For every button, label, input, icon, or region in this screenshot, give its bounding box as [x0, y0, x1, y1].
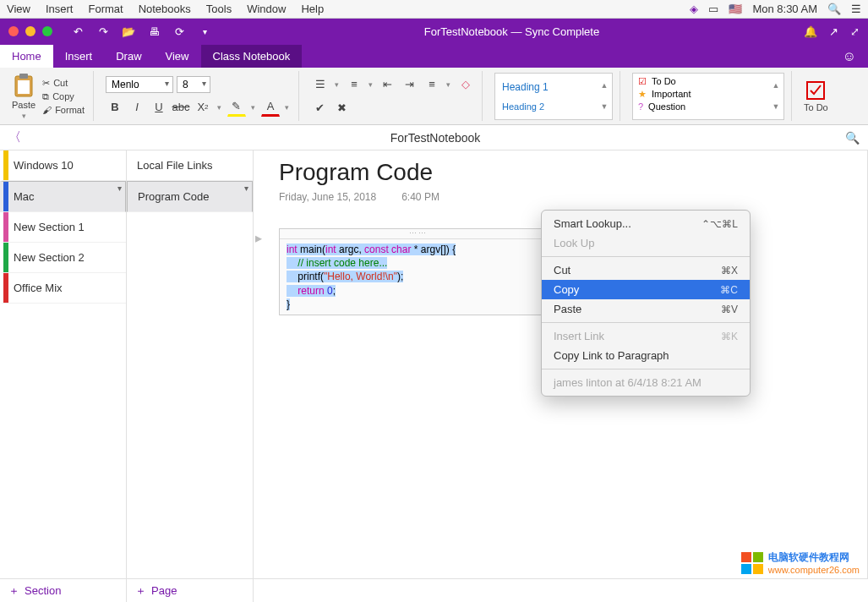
scissors-icon: ✂: [42, 78, 50, 89]
diamond-icon[interactable]: ◈: [690, 3, 698, 15]
add-page-button[interactable]: ＋Page: [127, 579, 254, 602]
page-title[interactable]: Program Code: [279, 159, 842, 186]
menu-notebooks[interactable]: Notebooks: [139, 3, 191, 15]
ctx-copy[interactable]: Copy⌘C: [542, 280, 750, 299]
format-painter-button[interactable]: 🖌Format: [41, 104, 86, 116]
back-icon[interactable]: 〈: [8, 129, 25, 145]
share-icon[interactable]: ↗: [829, 25, 838, 38]
fullscreen-icon[interactable]: ⤢: [850, 25, 860, 38]
ctx-cut[interactable]: Cut⌘X: [542, 260, 750, 280]
font-size-select[interactable]: 8: [177, 76, 210, 93]
code-container[interactable]: ⋯⋯ int main(int argc, const char * argv[…: [279, 228, 558, 315]
copy-button[interactable]: ⧉Copy: [41, 90, 86, 103]
page-item[interactable]: Program Code: [127, 181, 253, 212]
underline-button[interactable]: U: [150, 98, 168, 117]
cut-button[interactable]: ✂Cut: [41, 77, 86, 90]
styles-up-icon[interactable]: ▲: [601, 81, 609, 90]
sync-button[interactable]: ⟳: [169, 21, 189, 41]
check-button[interactable]: ✔: [311, 99, 330, 118]
zoom-icon[interactable]: [42, 26, 52, 36]
display-icon[interactable]: ▭: [708, 3, 718, 15]
todo-label: To Do: [804, 102, 828, 112]
numbering-dropdown-icon[interactable]: ▾: [367, 75, 375, 94]
print-button[interactable]: 🖶: [144, 21, 164, 41]
cross-button[interactable]: ✖: [333, 99, 352, 118]
bullets-dropdown-icon[interactable]: ▾: [333, 75, 341, 94]
ctx-copy-link-paragraph[interactable]: Copy Link to Paragraph: [542, 346, 750, 365]
tab-insert[interactable]: Insert: [53, 45, 105, 68]
bullets-button[interactable]: ☰: [311, 75, 330, 94]
menu-icon[interactable]: ☰: [851, 3, 861, 15]
more-font-icon[interactable]: ▾: [216, 98, 224, 117]
context-menu: Smart Lookup...⌃⌥⌘L Look Up Cut⌘X Copy⌘C…: [541, 210, 751, 397]
ctx-paste[interactable]: Paste⌘V: [542, 299, 750, 319]
tab-draw[interactable]: Draw: [104, 45, 153, 68]
paste-dropdown-icon[interactable]: ▾: [22, 112, 26, 120]
add-section-button[interactable]: ＋Section: [0, 579, 127, 602]
section-item[interactable]: New Section 1: [0, 212, 126, 243]
style-heading1[interactable]: Heading 1: [502, 81, 605, 93]
container-drag-handle[interactable]: ⋯⋯: [280, 229, 557, 239]
font-color-dropdown-icon[interactable]: ▾: [283, 98, 292, 117]
search-icon[interactable]: 🔍: [845, 131, 860, 145]
todo-button[interactable]: To Do: [804, 80, 828, 112]
menu-help[interactable]: Help: [301, 3, 324, 15]
spotlight-icon[interactable]: 🔍: [827, 3, 841, 15]
style-heading2[interactable]: Heading 2: [502, 101, 605, 112]
window-controls: [8, 26, 52, 36]
outdent-button[interactable]: ⇤: [379, 75, 397, 94]
alignment-dropdown-icon[interactable]: ▾: [445, 75, 453, 94]
tab-view[interactable]: View: [154, 45, 201, 68]
highlight-button[interactable]: ✎: [227, 98, 246, 117]
menu-insert[interactable]: Insert: [46, 3, 74, 15]
tags-up-icon[interactable]: ▲: [772, 81, 780, 90]
undo-button[interactable]: ↶: [68, 21, 88, 41]
tag-important[interactable]: ★Important: [636, 88, 780, 101]
redo-button[interactable]: ↷: [93, 21, 113, 41]
menu-tools[interactable]: Tools: [206, 3, 232, 15]
font-select[interactable]: Menlo: [106, 76, 173, 93]
open-button[interactable]: 📂: [118, 21, 139, 41]
section-item[interactable]: Windows 10: [0, 150, 126, 181]
brush-icon: 🖌: [42, 105, 52, 115]
notebook-name[interactable]: ForTestNotebook: [25, 131, 845, 145]
section-item[interactable]: Office Mix: [0, 273, 126, 304]
menu-format[interactable]: Format: [88, 3, 123, 15]
code-body[interactable]: int main(int argc, const char * argv[]) …: [280, 239, 557, 315]
styles-gallery[interactable]: Heading 1 Heading 2 ▲▼: [494, 73, 613, 120]
notifications-icon[interactable]: 🔔: [804, 25, 817, 38]
alignment-button[interactable]: ≡: [423, 75, 441, 94]
close-icon[interactable]: [8, 26, 19, 36]
indent-button[interactable]: ⇥: [401, 75, 419, 94]
tags-down-icon[interactable]: ▼: [772, 102, 780, 111]
clock-text[interactable]: Mon 8:30 AM: [752, 3, 817, 15]
feedback-icon[interactable]: ☺: [843, 49, 856, 68]
customize-qat[interactable]: ▾: [194, 21, 215, 41]
minimize-icon[interactable]: [25, 26, 35, 36]
plus-icon: ＋: [8, 583, 19, 599]
styles-down-icon[interactable]: ▼: [601, 102, 609, 111]
font-color-button[interactable]: A: [261, 98, 280, 117]
bold-button[interactable]: B: [106, 98, 124, 117]
section-item[interactable]: New Section 2: [0, 243, 126, 273]
flag-icon[interactable]: 🇺🇸: [729, 3, 742, 15]
ctx-smart-lookup[interactable]: Smart Lookup...⌃⌥⌘L: [542, 214, 750, 233]
watermark: 电脑软硬件教程网 www.computer26.com: [741, 550, 860, 575]
tag-question[interactable]: ?Question: [636, 101, 780, 112]
tags-gallery[interactable]: ☑To Do ★Important ?Question ▲▼: [632, 73, 784, 120]
tab-class-notebook[interactable]: Class Notebook: [201, 45, 303, 68]
tab-home[interactable]: Home: [0, 45, 53, 68]
section-item[interactable]: Mac: [0, 181, 126, 212]
menu-view[interactable]: View: [7, 3, 30, 15]
page-item[interactable]: Local File Links: [127, 150, 253, 181]
clear-formatting-button[interactable]: ◇: [456, 75, 475, 94]
subscript-button[interactable]: X2: [194, 98, 212, 117]
menu-window[interactable]: Window: [247, 3, 286, 15]
tag-todo[interactable]: ☑To Do: [636, 75, 780, 88]
highlight-dropdown-icon[interactable]: ▾: [249, 98, 258, 117]
paste-button[interactable]: Paste ▾: [12, 73, 35, 120]
strike-button[interactable]: abc: [172, 98, 190, 117]
numbering-button[interactable]: ≡: [345, 75, 363, 94]
italic-button[interactable]: I: [128, 98, 146, 117]
note-tag-icon[interactable]: ▸: [255, 230, 262, 246]
